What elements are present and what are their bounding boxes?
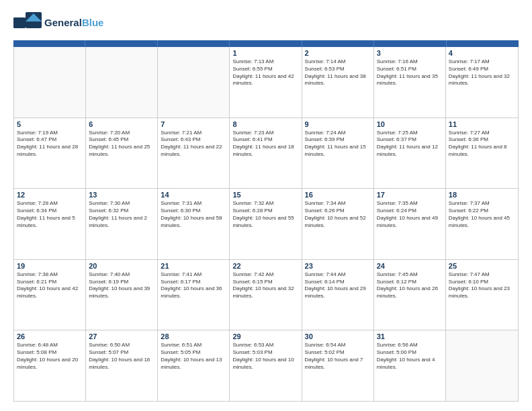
- cell-info: Sunrise: 7:16 AM Sunset: 6:51 PM Dayligh…: [377, 58, 443, 87]
- cal-cell-3-1: 20Sunrise: 7:40 AM Sunset: 6:19 PM Dayli…: [86, 260, 158, 330]
- day-number: 28: [161, 332, 226, 340]
- cell-info: Sunrise: 6:50 AM Sunset: 5:07 PM Dayligh…: [89, 342, 154, 371]
- cal-cell-0-5: 3Sunrise: 7:16 AM Sunset: 6:51 PM Daylig…: [374, 47, 446, 118]
- calendar-header: [13, 40, 519, 47]
- cell-info: Sunrise: 7:14 AM Sunset: 6:53 PM Dayligh…: [305, 58, 371, 87]
- cell-info: Sunrise: 7:30 AM Sunset: 6:32 PM Dayligh…: [89, 200, 154, 229]
- cal-cell-3-2: 21Sunrise: 7:41 AM Sunset: 6:17 PM Dayli…: [158, 260, 230, 330]
- day-number: 23: [305, 262, 371, 270]
- week-row-1: 5Sunrise: 7:19 AM Sunset: 6:47 PM Daylig…: [14, 118, 518, 189]
- header: GeneralBlue: [13, 12, 519, 34]
- day-number: 24: [377, 262, 443, 270]
- cell-info: Sunrise: 7:44 AM Sunset: 6:14 PM Dayligh…: [305, 271, 371, 300]
- header-thursday: [302, 40, 374, 47]
- cal-cell-1-3: 8Sunrise: 7:23 AM Sunset: 6:41 PM Daylig…: [230, 118, 302, 189]
- cal-cell-0-4: 2Sunrise: 7:14 AM Sunset: 6:53 PM Daylig…: [302, 47, 374, 118]
- header-wednesday: [230, 40, 302, 47]
- logo-icon: [13, 12, 42, 34]
- week-row-2: 12Sunrise: 7:28 AM Sunset: 6:34 PM Dayli…: [14, 189, 518, 260]
- cell-info: Sunrise: 7:28 AM Sunset: 6:34 PM Dayligh…: [17, 200, 83, 229]
- cal-cell-4-2: 28Sunrise: 6:51 AM Sunset: 5:05 PM Dayli…: [158, 330, 230, 401]
- day-number: 18: [449, 191, 515, 199]
- cell-info: Sunrise: 7:24 AM Sunset: 6:39 PM Dayligh…: [305, 130, 371, 158]
- cal-cell-0-6: 4Sunrise: 7:17 AM Sunset: 6:49 PM Daylig…: [446, 47, 518, 118]
- cal-cell-2-2: 14Sunrise: 7:31 AM Sunset: 6:30 PM Dayli…: [158, 189, 230, 259]
- calendar-body: 1Sunrise: 7:13 AM Sunset: 6:55 PM Daylig…: [13, 47, 519, 402]
- day-number: 7: [161, 120, 226, 128]
- day-number: 25: [449, 262, 515, 270]
- day-number: 13: [89, 191, 154, 199]
- day-number: 11: [449, 120, 515, 128]
- cell-info: Sunrise: 6:54 AM Sunset: 5:02 PM Dayligh…: [305, 342, 371, 371]
- cell-info: Sunrise: 7:20 AM Sunset: 6:45 PM Dayligh…: [89, 130, 154, 158]
- day-number: 16: [305, 191, 371, 199]
- day-number: 27: [89, 332, 154, 340]
- cal-cell-1-5: 10Sunrise: 7:25 AM Sunset: 6:37 PM Dayli…: [374, 118, 446, 189]
- day-number: 6: [89, 120, 154, 128]
- header-tuesday: [158, 40, 230, 47]
- day-number: 20: [89, 262, 154, 270]
- day-number: 17: [377, 191, 443, 199]
- cell-info: Sunrise: 7:42 AM Sunset: 6:15 PM Dayligh…: [232, 271, 298, 300]
- cal-cell-4-0: 26Sunrise: 6:48 AM Sunset: 5:08 PM Dayli…: [14, 330, 86, 401]
- cell-info: Sunrise: 7:23 AM Sunset: 6:41 PM Dayligh…: [232, 130, 298, 158]
- cell-info: Sunrise: 7:34 AM Sunset: 6:26 PM Dayligh…: [305, 200, 371, 229]
- cell-info: Sunrise: 6:51 AM Sunset: 5:05 PM Dayligh…: [161, 342, 226, 371]
- cal-cell-4-1: 27Sunrise: 6:50 AM Sunset: 5:07 PM Dayli…: [86, 330, 158, 401]
- day-number: 3: [377, 49, 443, 57]
- day-number: 12: [17, 191, 83, 199]
- cell-info: Sunrise: 6:48 AM Sunset: 5:08 PM Dayligh…: [17, 342, 83, 371]
- day-number: 4: [449, 49, 515, 57]
- cell-info: Sunrise: 7:40 AM Sunset: 6:19 PM Dayligh…: [89, 271, 154, 300]
- day-number: 26: [17, 332, 83, 340]
- day-number: 8: [232, 120, 298, 128]
- cal-cell-1-2: 7Sunrise: 7:21 AM Sunset: 6:43 PM Daylig…: [158, 118, 230, 189]
- calendar: 1Sunrise: 7:13 AM Sunset: 6:55 PM Daylig…: [13, 40, 519, 402]
- cell-info: Sunrise: 7:47 AM Sunset: 6:10 PM Dayligh…: [449, 271, 515, 300]
- cal-cell-3-3: 22Sunrise: 7:42 AM Sunset: 6:15 PM Dayli…: [230, 260, 302, 330]
- cell-info: Sunrise: 7:13 AM Sunset: 6:55 PM Dayligh…: [232, 58, 298, 87]
- cell-info: Sunrise: 7:27 AM Sunset: 6:36 PM Dayligh…: [449, 130, 515, 158]
- day-number: 1: [232, 49, 298, 57]
- day-number: 30: [305, 332, 371, 340]
- cal-cell-3-4: 23Sunrise: 7:44 AM Sunset: 6:14 PM Dayli…: [302, 260, 374, 330]
- cell-info: Sunrise: 7:17 AM Sunset: 6:49 PM Dayligh…: [449, 58, 515, 87]
- cal-cell-2-4: 16Sunrise: 7:34 AM Sunset: 6:26 PM Dayli…: [302, 189, 374, 259]
- day-number: 21: [161, 262, 226, 270]
- cal-cell-0-3: 1Sunrise: 7:13 AM Sunset: 6:55 PM Daylig…: [230, 47, 302, 118]
- cal-cell-1-0: 5Sunrise: 7:19 AM Sunset: 6:47 PM Daylig…: [14, 118, 86, 189]
- week-row-3: 19Sunrise: 7:38 AM Sunset: 6:21 PM Dayli…: [14, 260, 518, 331]
- day-number: 5: [17, 120, 83, 128]
- cal-cell-1-4: 9Sunrise: 7:24 AM Sunset: 6:39 PM Daylig…: [302, 118, 374, 189]
- cal-cell-4-5: 31Sunrise: 6:56 AM Sunset: 5:00 PM Dayli…: [374, 330, 446, 401]
- day-number: 19: [17, 262, 83, 270]
- cal-cell-1-6: 11Sunrise: 7:27 AM Sunset: 6:36 PM Dayli…: [446, 118, 518, 189]
- cal-cell-2-3: 15Sunrise: 7:32 AM Sunset: 6:28 PM Dayli…: [230, 189, 302, 259]
- day-number: 2: [305, 49, 371, 57]
- cell-info: Sunrise: 7:19 AM Sunset: 6:47 PM Dayligh…: [17, 130, 83, 158]
- cell-info: Sunrise: 7:32 AM Sunset: 6:28 PM Dayligh…: [232, 200, 298, 229]
- week-row-4: 26Sunrise: 6:48 AM Sunset: 5:08 PM Dayli…: [14, 330, 518, 401]
- cal-cell-4-3: 29Sunrise: 6:53 AM Sunset: 5:03 PM Dayli…: [230, 330, 302, 401]
- day-number: 29: [232, 332, 298, 340]
- header-monday: [85, 40, 157, 47]
- cell-info: Sunrise: 6:53 AM Sunset: 5:03 PM Dayligh…: [232, 342, 298, 371]
- cell-info: Sunrise: 7:37 AM Sunset: 6:22 PM Dayligh…: [449, 200, 515, 229]
- cal-cell-2-0: 12Sunrise: 7:28 AM Sunset: 6:34 PM Dayli…: [14, 189, 86, 259]
- logo: GeneralBlue: [13, 12, 103, 34]
- day-number: 31: [377, 332, 443, 340]
- cell-info: Sunrise: 7:25 AM Sunset: 6:37 PM Dayligh…: [377, 130, 443, 158]
- header-friday: [374, 40, 446, 47]
- cal-cell-1-1: 6Sunrise: 7:20 AM Sunset: 6:45 PM Daylig…: [86, 118, 158, 189]
- cal-cell-3-0: 19Sunrise: 7:38 AM Sunset: 6:21 PM Dayli…: [14, 260, 86, 330]
- cal-cell-2-1: 13Sunrise: 7:30 AM Sunset: 6:32 PM Dayli…: [86, 189, 158, 259]
- cell-info: Sunrise: 7:41 AM Sunset: 6:17 PM Dayligh…: [161, 271, 226, 300]
- week-row-0: 1Sunrise: 7:13 AM Sunset: 6:55 PM Daylig…: [14, 47, 518, 118]
- svg-rect-3: [13, 17, 26, 28]
- cell-info: Sunrise: 7:45 AM Sunset: 6:12 PM Dayligh…: [377, 271, 443, 300]
- page: GeneralBlue 1Sunrise: 7:13 AM Sunset: 6:…: [0, 0, 532, 411]
- cal-cell-0-2: [158, 47, 230, 118]
- cal-cell-2-5: 17Sunrise: 7:35 AM Sunset: 6:24 PM Dayli…: [374, 189, 446, 259]
- day-number: 15: [232, 191, 298, 199]
- cal-cell-0-0: [14, 47, 86, 118]
